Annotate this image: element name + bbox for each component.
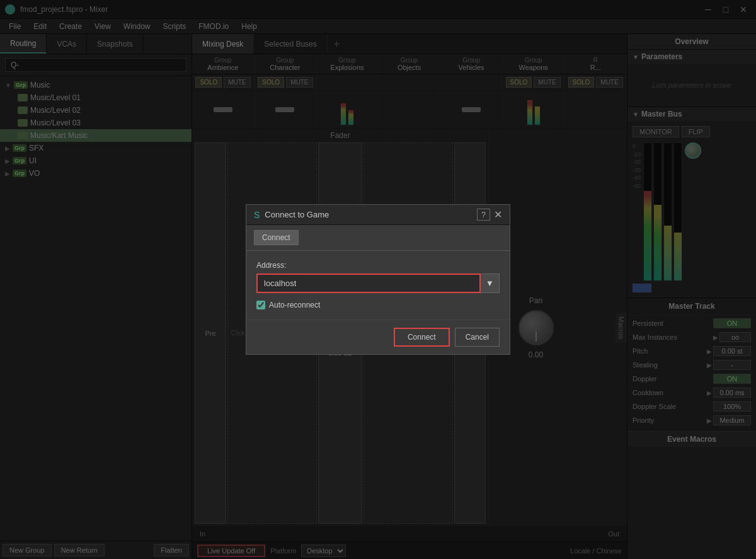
dialog-tabs: Connect — [246, 225, 510, 251]
auto-reconnect-checkbox[interactable] — [256, 301, 265, 309]
dialog-header-actions: ? ✕ — [477, 209, 502, 221]
dialog-app-icon: S — [254, 210, 260, 220]
dialog-help-button[interactable]: ? — [477, 209, 490, 221]
dialog-connect-button[interactable]: Connect — [394, 328, 450, 347]
dialog-title-group: S Connect to Game — [254, 210, 329, 220]
address-dropdown-button[interactable]: ▼ — [481, 274, 500, 293]
dialog-cancel-button[interactable]: Cancel — [455, 328, 500, 347]
address-input[interactable] — [256, 274, 481, 293]
auto-reconnect-label: Auto-reconnect — [269, 301, 320, 309]
dialog-overlay: S Connect to Game ? ✕ Connect Address: ▼… — [0, 0, 756, 559]
dialog-title-bar: S Connect to Game ? ✕ — [246, 205, 510, 225]
dialog-close-button[interactable]: ✕ — [494, 209, 502, 221]
address-field: Address: ▼ — [256, 261, 500, 293]
dialog-footer: Connect Cancel — [246, 320, 510, 354]
address-label: Address: — [256, 261, 500, 270]
connect-dialog: S Connect to Game ? ✕ Connect Address: ▼… — [246, 204, 510, 355]
dialog-tab-connect[interactable]: Connect — [254, 230, 299, 245]
auto-reconnect-row: Auto-reconnect — [256, 301, 500, 309]
dialog-title-text: Connect to Game — [265, 210, 329, 219]
address-input-row: ▼ — [256, 274, 500, 293]
dialog-body: Address: ▼ Auto-reconnect — [246, 251, 510, 320]
